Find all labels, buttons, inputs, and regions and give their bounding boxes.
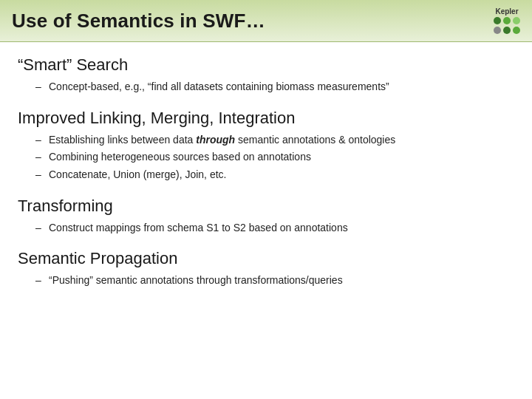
slide-content: “Smart” Search Concept-based, e.g., “fin… (0, 42, 532, 301)
heading-transforming: Transforming (18, 197, 514, 216)
logo-label: Kepler (495, 7, 518, 16)
bullets-transforming: Construct mappings from schema S1 to S2 … (18, 220, 514, 236)
heading-semantic-propagation: Semantic Propagation (18, 249, 514, 268)
list-item: Combining heterogeneous sources based on… (35, 149, 514, 166)
bullet-text: Construct mappings from schema S1 to S2 … (49, 222, 348, 233)
bullet-text: “Pushing” semantic annotations through t… (49, 274, 343, 286)
list-item: Construct mappings from schema S1 to S2 … (35, 220, 514, 236)
list-item: Concept-based, e.g., “find all datasets … (35, 79, 514, 95)
logo-circle-3 (513, 17, 520, 24)
slide-header: Use of Semantics in SWF… Kepler (0, 0, 532, 42)
logo-circle-2 (503, 17, 511, 24)
bullet-text: Concept-based, e.g., “find all datasets … (49, 81, 389, 92)
logo-circle-4 (494, 27, 501, 34)
list-item: Concatenate, Union (merge), Join, etc. (35, 167, 514, 183)
heading-smart-search: “Smart” Search (18, 55, 514, 75)
bullets-smart-search: Concept-based, e.g., “find all datasets … (18, 79, 514, 95)
bullets-linking: Establishing links between data through … (18, 132, 514, 183)
logo-circles (494, 17, 520, 34)
bullet-text: Establishing links between data through … (49, 134, 395, 146)
bullets-semantic-propagation: “Pushing” semantic annotations through t… (18, 273, 514, 289)
slide-title: Use of Semantics in SWF… (12, 10, 265, 33)
list-item: “Pushing” semantic annotations through t… (35, 273, 514, 289)
logo-circle-5 (503, 27, 511, 34)
bullet-text: Concatenate, Union (merge), Join, etc. (49, 168, 226, 180)
slide: Use of Semantics in SWF… Kepler “Smart” … (0, 0, 532, 399)
bullet-text: Combining heterogeneous sources based on… (49, 151, 311, 163)
logo-circle-1 (494, 17, 501, 24)
list-item: Establishing links between data through … (35, 132, 514, 149)
logo-area: Kepler (494, 7, 520, 34)
heading-linking: Improved Linking, Merging, Integration (18, 109, 514, 128)
logo-circle-6 (513, 27, 520, 34)
